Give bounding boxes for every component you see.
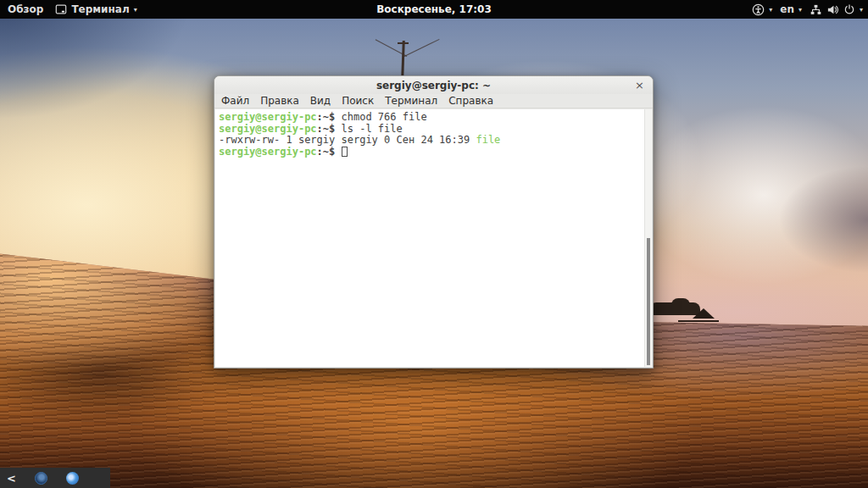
- terminal-screen[interactable]: sergiy@sergiy-pc:~$ chmod 766 file sergi…: [215, 109, 652, 367]
- language-menu[interactable]: en ▾: [780, 3, 802, 15]
- terminal-window: sergiy@sergiy-pc: ~ × Файл Правка Вид По…: [214, 75, 654, 369]
- menu-help[interactable]: Справка: [448, 95, 493, 107]
- menu-terminal[interactable]: Терминал: [385, 95, 437, 107]
- prompt-path: :~$: [317, 123, 342, 135]
- prompt-path: :~$: [317, 146, 342, 158]
- desktop: Обзор Терминал ▾ Воскресенье, 17:03: [0, 0, 868, 488]
- window-title: sergiy@sergiy-pc: ~: [376, 80, 491, 92]
- terminal-line: sergiy@sergiy-pc:~$: [219, 147, 642, 158]
- menu-view[interactable]: Вид: [310, 95, 331, 107]
- terminal-app-icon: [55, 3, 67, 15]
- terminal-line: sergiy@sergiy-pc:~$ chmod 766 file: [219, 112, 642, 124]
- accessibility-icon: [752, 3, 765, 16]
- close-button[interactable]: ×: [632, 76, 647, 94]
- window-menubar: Файл Правка Вид Поиск Терминал Справка: [214, 94, 653, 108]
- terminal-line: -rwxrw-rw- 1 sergiy sergiy 0 Сен 24 16:3…: [219, 135, 642, 147]
- prompt-user: sergiy@sergiy-pc: [219, 111, 317, 123]
- chevron-down-icon: ▾: [860, 5, 863, 14]
- menu-edit[interactable]: Правка: [260, 95, 299, 107]
- boat-mast-crossbar: [398, 42, 409, 44]
- command-text: ls -l file: [342, 123, 403, 135]
- terminal-cursor: [342, 147, 348, 157]
- tray-icon-1[interactable]: [35, 472, 47, 485]
- tray-expander-button[interactable]: <: [7, 472, 16, 485]
- activities-button[interactable]: Обзор: [8, 3, 43, 15]
- tray-icon-2[interactable]: [66, 472, 79, 485]
- prompt-user: sergiy@sergiy-pc: [219, 123, 317, 135]
- power-icon: [843, 3, 855, 15]
- window-titlebar[interactable]: sergiy@sergiy-pc: ~ ×: [214, 76, 653, 94]
- executable-filename: file: [476, 134, 500, 146]
- top-panel: Обзор Терминал ▾ Воскресенье, 17:03: [0, 0, 868, 19]
- command-text: chmod 766 file: [342, 111, 427, 123]
- menu-search[interactable]: Поиск: [342, 95, 374, 107]
- app-menu-terminal[interactable]: Терминал ▾: [55, 3, 136, 15]
- chevron-down-icon: ▾: [769, 5, 772, 14]
- scrollbar-thumb[interactable]: [647, 238, 650, 365]
- chevron-down-icon: ▾: [798, 5, 802, 14]
- system-menu[interactable]: ▾: [810, 3, 863, 16]
- volume-icon: [826, 3, 839, 16]
- scrollbar-track[interactable]: [644, 109, 652, 367]
- app-menu-label: Терминал: [71, 3, 129, 15]
- command-output: -rwxrw-rw- 1 sergiy sergiy 0 Сен 24 16:3…: [219, 134, 476, 146]
- prompt-user: sergiy@sergiy-pc: [219, 146, 317, 158]
- island-pier-silhouette: [678, 320, 719, 322]
- chevron-down-icon: ▾: [134, 5, 137, 14]
- language-label: en: [780, 3, 794, 15]
- bottom-tray: <: [0, 468, 110, 488]
- prompt-path: :~$: [317, 111, 342, 123]
- menu-file[interactable]: Файл: [221, 95, 249, 107]
- network-icon: [810, 3, 822, 16]
- terminal-line: sergiy@sergiy-pc:~$ ls -l file: [219, 124, 642, 136]
- island-hut-silhouette: [693, 308, 715, 319]
- accessibility-menu[interactable]: ▾: [752, 3, 772, 16]
